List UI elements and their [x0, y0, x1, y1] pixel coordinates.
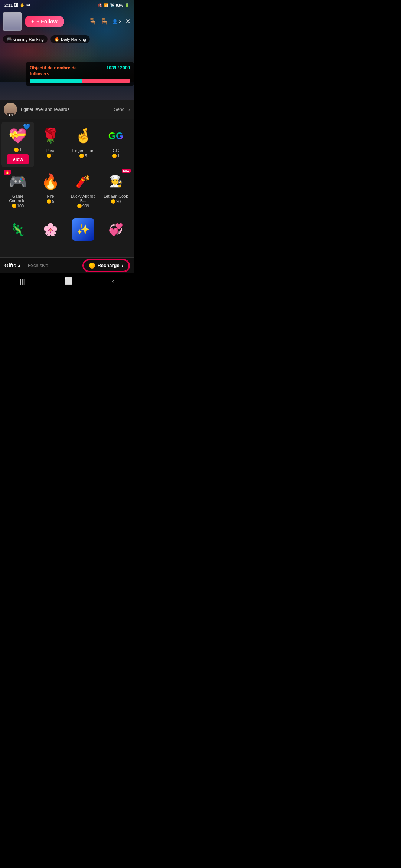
ranking-tags: 🎮 Gaming Ranking 🔥 Daily Ranking — [3, 35, 90, 43]
gg-gift-price: 1 — [112, 154, 120, 158]
nav-home-icon[interactable]: ⬜ — [64, 277, 72, 285]
close-button[interactable]: ✕ — [125, 17, 131, 26]
airdrop-gift-price: 999 — [77, 204, 89, 208]
new-badge: New — [122, 169, 131, 173]
nav-back-icon[interactable]: ||| — [20, 277, 25, 285]
person-icon: 👤 — [112, 19, 118, 24]
viewer-count: 👤 2 — [112, 19, 121, 24]
gift-item-fire[interactable]: 🔥 Fire 5 — [34, 167, 67, 211]
fire-emoji: 🔥 — [54, 37, 59, 42]
follower-progress-bar — [30, 79, 130, 83]
gift-bottom-galaxy[interactable]: ✨ — [67, 216, 100, 244]
gift-item-heart[interactable]: 💝 💙 1 View — [1, 122, 34, 167]
fire-gift-icon: 🔥 — [39, 170, 62, 193]
hand-icon: ✋ — [20, 3, 25, 8]
gift-item-gg[interactable]: GG GG 1 — [100, 122, 132, 167]
gaming-emoji: 🎮 — [7, 37, 12, 42]
status-right: 🔇 📶 📡 83% 🔋 — [98, 3, 129, 7]
photo-icon: 🖼 — [14, 3, 18, 7]
gifter-arrow-icon[interactable]: › — [128, 106, 130, 112]
coin-icon — [14, 148, 19, 152]
daily-ranking-tag[interactable]: 🔥 Daily Ranking — [50, 35, 90, 43]
mail-icon: ✉ — [26, 3, 30, 8]
gift-bottom-rose2[interactable]: 🌸 — [34, 216, 67, 244]
battery-text: 83% — [116, 3, 123, 7]
follow-button[interactable]: + + Follow — [25, 16, 64, 27]
coin-icon-gg — [112, 154, 117, 158]
gift-icon-1[interactable]: 🪑 — [88, 17, 97, 26]
gift-bottom-heart2[interactable]: 💞 — [100, 216, 132, 244]
rose-gift-name: Rose — [46, 148, 55, 153]
cook-gift-icon: 🧑‍🍳 — [105, 170, 127, 193]
follower-goal: Objectif de nombre defollowers 1039 / 20… — [26, 62, 134, 86]
status-left: 2:11 🖼 ✋ ✉ — [4, 3, 30, 8]
follower-goal-header: Objectif de nombre defollowers 1039 / 20… — [30, 65, 130, 77]
gift-icon-2[interactable]: 🪑 — [100, 17, 108, 26]
rose-gift-price: 1 — [47, 154, 54, 158]
recharge-button[interactable]: Recharge › — [83, 260, 129, 272]
gifter-text: r gifter level and rewards — [21, 107, 110, 112]
view-button[interactable]: View — [7, 154, 28, 164]
cook-gift-name: Let 'Em Cook — [104, 194, 128, 198]
follower-goal-count: 1039 / 2000 — [107, 65, 130, 70]
nav-recent-icon[interactable]: ‹ — [112, 277, 114, 285]
viewer-number: 2 — [119, 19, 121, 24]
coin-icon-fire — [47, 199, 51, 204]
wifi-icon: 📶 — [104, 3, 108, 7]
fire-badge: 🔥 — [4, 170, 11, 175]
status-bar: 2:11 🖼 ✋ ✉ 🔇 📶 📡 83% 🔋 — [0, 0, 134, 10]
gifter-level: 0 — [11, 113, 13, 116]
top-icons: 🪑 🪑 👤 2 ✕ — [88, 17, 131, 26]
streamer-avatar[interactable] — [3, 12, 22, 31]
gifts-tab-label[interactable]: Gifts ▴ — [4, 263, 20, 269]
airdrop-gift-icon: 🧨 — [72, 170, 94, 193]
finger-heart-gift-name: Finger Heart — [72, 148, 94, 153]
coin-icon-gp — [12, 204, 16, 208]
gaming-ranking-label: Gaming Ranking — [13, 37, 44, 42]
gifts-panel: 💝 💙 1 View 🌹 Rose 1 🤞 Finger Heart — [0, 119, 134, 273]
gifter-badge: ▲ 0 — [7, 113, 14, 116]
gifts-text: Gifts — [4, 263, 16, 269]
finger-heart-gift-price: 5 — [79, 154, 87, 158]
gifts-bottom-row: 🦎 🌸 ✨ 💞 — [0, 214, 134, 244]
gift-bottom-dino[interactable]: 🦎 — [1, 216, 34, 244]
send-label: Send — [114, 107, 124, 112]
recharge-arrow: › — [122, 263, 123, 268]
gifter-avatar: ▲ 0 — [4, 103, 17, 116]
fire-gift-name: Fire — [47, 194, 54, 198]
heart-gift-icon: 💝 💙 — [7, 125, 29, 147]
fire-gift-price: 5 — [47, 199, 54, 204]
coin-icon-cook — [111, 199, 115, 204]
follow-label: + Follow — [36, 19, 57, 24]
recharge-label: Recharge — [97, 263, 119, 268]
gifts-grid: 💝 💙 1 View 🌹 Rose 1 🤞 Finger Heart — [0, 119, 134, 214]
gifter-bar[interactable]: ▲ 0 r gifter level and rewards Send › — [0, 100, 134, 119]
gaming-ranking-tag[interactable]: 🎮 Gaming Ranking — [3, 35, 48, 43]
triangle-icon: ▲ — [8, 113, 11, 116]
gamepad-gift-price: 100 — [12, 204, 24, 208]
gift-item-cook[interactable]: New 🧑‍🍳 Let 'Em Cook 20 — [100, 167, 132, 211]
gift-item-gamepad[interactable]: 🔥 🎮 Game Controller 100 — [1, 167, 34, 211]
gamepad-gift-name: Game Controller — [3, 194, 33, 203]
plus-icon: + — [31, 19, 34, 24]
exclusive-label[interactable]: Exclusive — [28, 263, 48, 268]
battery-icon: 🔋 — [125, 3, 129, 7]
bottom-bar: Gifts ▴ Exclusive Recharge › — [0, 257, 134, 273]
airdrop-gift-name: Lucky Airdrop B... — [68, 194, 98, 203]
daily-ranking-label: Daily Ranking — [61, 37, 86, 42]
cook-gift-price: 20 — [111, 199, 121, 204]
coin-icon-air — [77, 204, 82, 208]
recharge-coin-icon — [89, 263, 95, 269]
heart-gift-price: 1 — [14, 148, 22, 152]
coin-icon-fh — [79, 154, 84, 158]
top-bar: + + Follow 🪑 🪑 👤 2 ✕ — [0, 10, 134, 33]
rose-gift-icon: 🌹 — [39, 125, 62, 147]
coin-icon-rose — [47, 154, 51, 158]
gift-item-airdrop[interactable]: 🧨 Lucky Airdrop B... 999 — [67, 167, 100, 211]
mute-icon: 🔇 — [98, 3, 102, 7]
gift-item-rose[interactable]: 🌹 Rose 1 — [34, 122, 67, 167]
gg-gift-name: GG — [113, 148, 119, 153]
finger-heart-gift-icon: 🤞 — [72, 125, 94, 147]
gift-item-finger-heart[interactable]: 🤞 Finger Heart 5 — [67, 122, 100, 167]
gifts-drop-icon: ▴ — [18, 263, 20, 269]
